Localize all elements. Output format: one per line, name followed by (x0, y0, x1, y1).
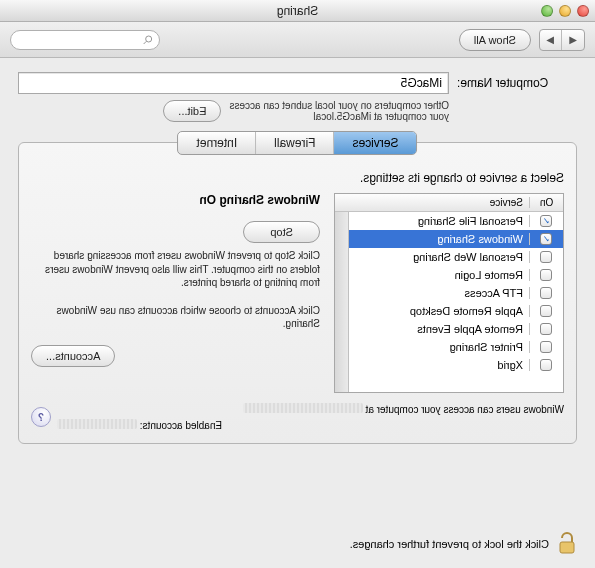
service-row[interactable]: Remote Apple Events (349, 320, 563, 338)
window-titlebar: Sharing (0, 0, 595, 22)
service-checkbox[interactable] (541, 323, 553, 335)
panel-body: On Service ✓Personal File Sharing✓Window… (31, 193, 564, 393)
access-text: Windows users can access your computer a… (366, 404, 564, 415)
tab-bar: Services Firewall Internet (177, 131, 417, 155)
service-list: On Service ✓Personal File Sharing✓Window… (334, 193, 564, 393)
service-name: Remote Login (349, 269, 529, 281)
stop-help-text: Click Stop to prevent Windows users from… (31, 249, 320, 290)
service-checkbox[interactable] (541, 287, 553, 299)
service-name: Remote Apple Events (349, 323, 529, 335)
computer-name-input[interactable] (18, 72, 449, 94)
nav-forward-button[interactable]: ▶ (540, 30, 562, 50)
column-header-on[interactable]: On (529, 197, 563, 208)
computer-name-label: Computer Name: (457, 76, 577, 90)
accounts-help-text: Click Accounts to choose which accounts … (31, 304, 320, 331)
nav-back-button[interactable]: ◀ (562, 30, 584, 50)
show-all-label: Show All (474, 34, 516, 46)
stop-button[interactable]: Stop (243, 221, 320, 243)
service-detail: Windows Sharing On Stop Click Stop to pr… (31, 193, 320, 393)
scroll-track[interactable] (335, 212, 349, 392)
enabled-accounts-obscured (57, 419, 137, 429)
enabled-text: Enabled accounts: (140, 420, 222, 431)
column-header-service[interactable]: Service (335, 197, 529, 208)
edit-label: Edit... (178, 105, 206, 117)
computer-name-hint: Other computers on your local subnet can… (18, 100, 449, 122)
svg-point-0 (146, 35, 152, 41)
accounts-button[interactable]: Accounts... (31, 345, 115, 367)
service-name: Printer Sharing (349, 341, 529, 353)
edit-button[interactable]: Edit... (163, 100, 221, 122)
panel-heading: Select a service to change its settings. (31, 171, 564, 185)
search-field[interactable] (10, 30, 160, 50)
hint-line-2: your computer at iMacG5.local (229, 111, 449, 122)
service-row[interactable]: Remote Login (349, 266, 563, 284)
service-name: FTP Access (349, 287, 529, 299)
service-checkbox[interactable] (541, 359, 553, 371)
help-button[interactable]: ? (31, 407, 51, 427)
service-checkbox[interactable] (541, 341, 553, 353)
service-row[interactable]: ✓Personal File Sharing (349, 212, 563, 230)
toolbar: ◀ ▶ Show All (0, 22, 595, 58)
detail-title: Windows Sharing On (31, 193, 320, 207)
tab-firewall[interactable]: Firewall (256, 132, 334, 154)
lock-text: Click the lock to prevent further change… (350, 538, 549, 550)
service-checkbox[interactable]: ✓ (541, 215, 553, 227)
service-row[interactable]: Apple Remote Desktop (349, 302, 563, 320)
service-name: Apple Remote Desktop (349, 305, 529, 317)
service-name: Windows Sharing (349, 233, 529, 245)
svg-rect-2 (560, 542, 574, 553)
stop-label: Stop (270, 226, 293, 238)
service-name: Xgrid (349, 359, 529, 371)
service-list-header: On Service (335, 194, 563, 212)
access-address-obscured (243, 403, 363, 413)
service-checkbox[interactable] (541, 251, 553, 263)
window-title: Sharing (0, 4, 595, 18)
lock-bar: Click the lock to prevent further change… (18, 532, 577, 556)
service-name: Personal Web Sharing (349, 251, 529, 263)
service-checkbox[interactable] (541, 305, 553, 317)
service-rows: ✓Personal File Sharing✓Windows SharingPe… (349, 212, 563, 392)
service-row[interactable]: Personal Web Sharing (349, 248, 563, 266)
svg-line-1 (144, 41, 147, 44)
service-row[interactable]: Xgrid (349, 356, 563, 374)
nav-back-forward: ◀ ▶ (539, 29, 585, 51)
search-input[interactable] (17, 34, 138, 46)
panel-footer: Windows users can access your computer a… (31, 403, 564, 431)
computer-name-row: Computer Name: (18, 72, 577, 94)
service-name: Personal File Sharing (349, 215, 529, 227)
search-icon (142, 34, 153, 46)
show-all-button[interactable]: Show All (459, 29, 531, 51)
service-row[interactable]: ✓Windows Sharing (349, 230, 563, 248)
service-row[interactable]: FTP Access (349, 284, 563, 302)
accounts-label: Accounts... (46, 350, 100, 362)
tab-internet[interactable]: Internet (178, 132, 256, 154)
service-checkbox[interactable]: ✓ (541, 233, 553, 245)
services-panel: Services Firewall Internet Select a serv… (18, 142, 577, 444)
service-row[interactable]: Printer Sharing (349, 338, 563, 356)
hint-line-1: Other computers on your local subnet can… (229, 100, 449, 111)
content-area: Computer Name: Other computers on your l… (0, 58, 595, 454)
lock-icon[interactable] (557, 532, 577, 556)
tab-services[interactable]: Services (335, 132, 417, 154)
service-checkbox[interactable] (541, 269, 553, 281)
